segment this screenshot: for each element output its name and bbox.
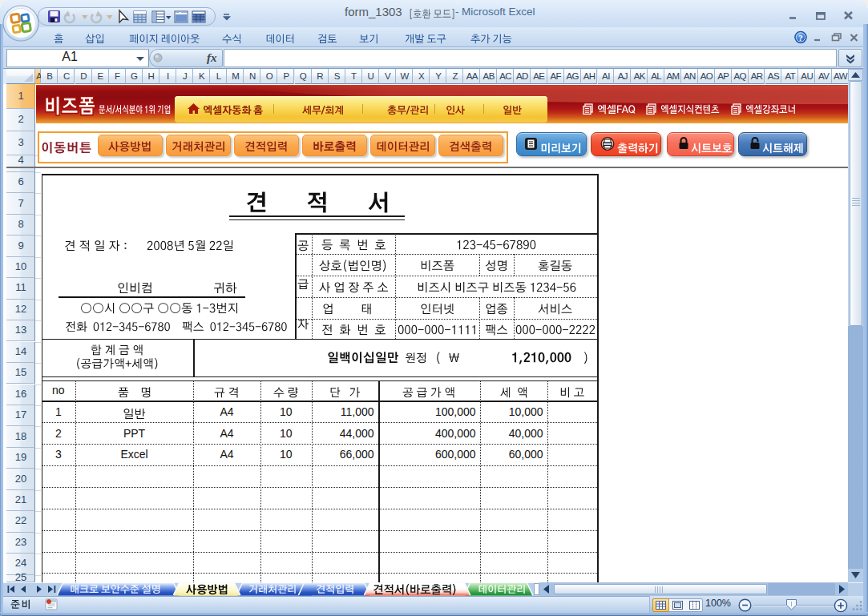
svg-text:?: ? (798, 33, 803, 42)
